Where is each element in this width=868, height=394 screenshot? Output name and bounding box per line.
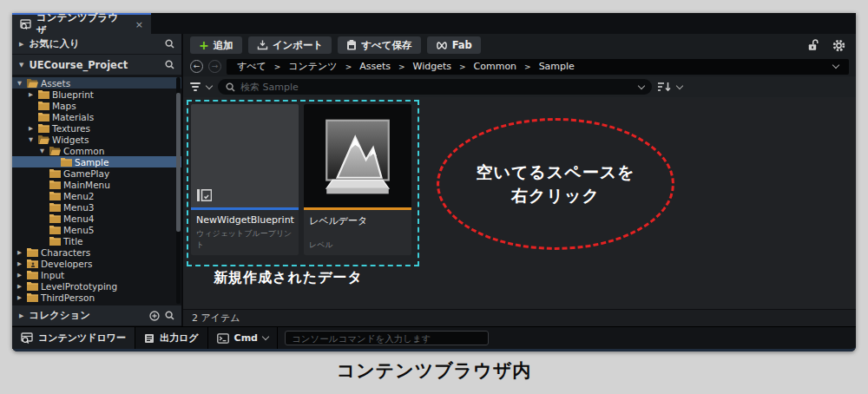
folder-icon bbox=[27, 270, 38, 279]
tree-item-blueprint[interactable]: ▶Blueprint bbox=[12, 89, 181, 100]
chevron-down-icon[interactable]: ▼ bbox=[15, 80, 24, 87]
tree-item-assets[interactable]: ▼Assets bbox=[12, 77, 181, 89]
chevron-down-icon[interactable] bbox=[206, 82, 213, 89]
chevron-right-icon[interactable]: ▶ bbox=[15, 294, 24, 301]
chevron-down-icon[interactable] bbox=[832, 62, 839, 69]
tree-item-menu4[interactable]: Menu4 bbox=[12, 213, 181, 224]
chevron-down-icon[interactable]: ▼ bbox=[19, 62, 23, 69]
favorites-section[interactable]: ▶ お気に入り bbox=[12, 34, 181, 54]
breadcrumb-item-widgets[interactable]: Widgets bbox=[413, 61, 451, 72]
annotation-created-data: 新規作成されたデータ bbox=[214, 269, 363, 287]
output-log-button[interactable]: 出力ログ bbox=[135, 327, 208, 349]
search-icon bbox=[226, 82, 235, 92]
forward-button[interactable]: → bbox=[208, 60, 221, 73]
tree-item-textures[interactable]: ▶Textures bbox=[12, 122, 181, 134]
chevron-down-icon[interactable]: ▼ bbox=[37, 148, 47, 154]
import-button[interactable]: インポート bbox=[248, 36, 332, 54]
toolbar: + 追加 インポート すべて保存 bbox=[183, 34, 856, 56]
chevron-right-icon[interactable]: ▶ bbox=[15, 283, 24, 290]
tree-item-label: Developers bbox=[41, 259, 92, 269]
save-all-icon bbox=[346, 40, 357, 50]
tree-item-menu2[interactable]: Menu2 bbox=[12, 190, 181, 201]
content-drawer-button[interactable]: コンテンツドロワー bbox=[12, 327, 135, 349]
tree-item-title[interactable]: Title bbox=[12, 235, 181, 246]
cmd-button[interactable]: Cmd bbox=[208, 327, 278, 349]
chevron-down-icon[interactable] bbox=[262, 333, 269, 340]
lock-icon[interactable] bbox=[808, 39, 819, 51]
tree-item-label: Menu2 bbox=[63, 191, 95, 201]
breadcrumb-separator: > bbox=[345, 62, 352, 71]
tree-item-label: Common bbox=[63, 146, 104, 156]
folder-icon bbox=[27, 259, 38, 268]
tree-item-maps[interactable]: Maps bbox=[12, 100, 181, 111]
level-mountain-icon bbox=[319, 116, 396, 196]
breadcrumb-item-common[interactable]: Common bbox=[474, 61, 517, 72]
save-all-button[interactable]: すべて保存 bbox=[338, 36, 420, 54]
chevron-right-icon[interactable]: ▶ bbox=[19, 312, 23, 319]
breadcrumb-item-すべて[interactable]: すべて bbox=[237, 60, 266, 73]
tab-content-browser[interactable]: コンテンツブラウザ × bbox=[12, 13, 151, 34]
chevron-down-icon[interactable] bbox=[638, 82, 645, 89]
chevron-right-icon[interactable]: ▶ bbox=[15, 272, 24, 279]
back-button[interactable]: ← bbox=[190, 60, 203, 73]
tree-item-levelprototyping[interactable]: ▶LevelPrototyping bbox=[12, 280, 181, 292]
close-icon[interactable]: × bbox=[135, 19, 143, 30]
tree-scrollbar[interactable] bbox=[176, 77, 181, 304]
tree-item-sample[interactable]: Sample bbox=[12, 156, 181, 167]
asset-grid[interactable]: NewWidgetBlueprint ウィジェットブループリント bbox=[183, 97, 856, 309]
gear-icon[interactable] bbox=[832, 39, 845, 52]
asset-tile-newwidgetblueprint[interactable]: NewWidgetBlueprint ウィジェットブループリント bbox=[191, 104, 299, 255]
import-label: インポート bbox=[273, 39, 324, 52]
tree-item-materials[interactable]: Materials bbox=[12, 111, 181, 122]
tree-item-menu5[interactable]: Menu5 bbox=[12, 224, 181, 235]
search-icon[interactable] bbox=[165, 60, 174, 69]
chevron-down-icon[interactable] bbox=[676, 82, 683, 89]
fab-button[interactable]: Fab bbox=[427, 36, 481, 54]
collections-section[interactable]: ▶ コレクション bbox=[12, 305, 181, 325]
chevron-right-icon[interactable]: ▶ bbox=[19, 41, 23, 48]
tree-item-characters[interactable]: ▶Characters bbox=[12, 246, 181, 258]
folder-icon bbox=[27, 78, 38, 88]
chevron-down-icon[interactable]: ▼ bbox=[26, 136, 36, 143]
tree-item-label: Blueprint bbox=[52, 89, 94, 100]
chevron-right-icon[interactable]: ▶ bbox=[26, 125, 36, 132]
tree-item-thirdperson[interactable]: ▶ThirdPerson bbox=[12, 292, 181, 303]
tree-item-label: GamePlay bbox=[63, 168, 109, 179]
add-collection-icon[interactable] bbox=[149, 311, 160, 321]
tree-item-widgets[interactable]: ▼Widgets bbox=[12, 134, 181, 145]
cmd-label: Cmd bbox=[234, 332, 258, 344]
project-section[interactable]: ▼ UECourse_Project bbox=[12, 55, 181, 75]
tree-item-label: ThirdPerson bbox=[41, 292, 95, 303]
filter-icon[interactable] bbox=[190, 82, 201, 91]
tree-item-input[interactable]: ▶Input bbox=[12, 269, 181, 280]
item-count: 2 アイテム bbox=[192, 312, 240, 325]
sort-icon[interactable] bbox=[658, 82, 671, 92]
tree-item-common[interactable]: ▼Common bbox=[12, 145, 181, 156]
search-input[interactable] bbox=[240, 82, 634, 93]
chevron-right-icon[interactable]: ▶ bbox=[15, 249, 24, 256]
asset-type-label: レベル bbox=[309, 240, 333, 251]
breadcrumb-item-コンテンツ[interactable]: コンテンツ bbox=[288, 60, 337, 73]
console-command-input[interactable] bbox=[285, 331, 489, 345]
project-label: UECourse_Project bbox=[29, 59, 128, 71]
fab-label: Fab bbox=[452, 39, 472, 51]
folder-icon bbox=[49, 236, 61, 246]
search-icon[interactable] bbox=[165, 311, 174, 320]
tree-item-developers[interactable]: ▶Developers bbox=[12, 258, 181, 269]
breadcrumb-item-assets[interactable]: Assets bbox=[359, 61, 391, 72]
tree-item-mainmenu[interactable]: MainMenu bbox=[12, 179, 181, 190]
asset-tile-leveldata[interactable]: レベルデータ レベル bbox=[304, 104, 411, 255]
tree-item-gameplay[interactable]: GamePlay bbox=[12, 167, 181, 179]
breadcrumb-separator: > bbox=[274, 62, 281, 71]
tab-bar: コンテンツブラウザ × bbox=[12, 13, 856, 34]
breadcrumb-separator: > bbox=[459, 62, 466, 71]
chevron-right-icon[interactable]: ▶ bbox=[26, 91, 36, 98]
chevron-right-icon[interactable]: ▶ bbox=[15, 260, 24, 267]
breadcrumb-item-sample[interactable]: Sample bbox=[539, 61, 575, 72]
folder-icon bbox=[49, 225, 61, 234]
search-box[interactable] bbox=[218, 79, 652, 95]
add-button[interactable]: + 追加 bbox=[190, 36, 242, 54]
search-icon[interactable] bbox=[165, 39, 174, 49]
annotation-right-click-ellipse: 空いてるスペースを 右クリック bbox=[437, 118, 674, 250]
tree-item-menu3[interactable]: Menu3 bbox=[12, 201, 181, 213]
